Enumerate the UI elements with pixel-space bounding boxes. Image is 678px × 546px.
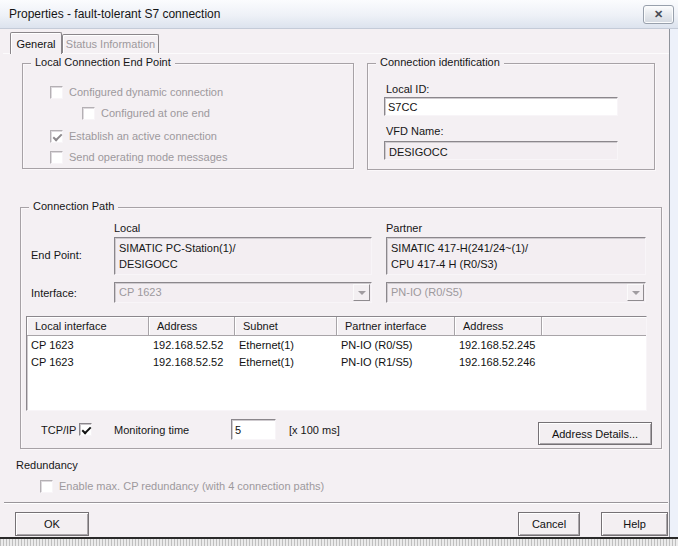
column-header[interactable]: Partner interface	[337, 317, 455, 336]
interface-label: Interface:	[31, 287, 77, 299]
column-header[interactable]: Local interface	[27, 317, 149, 336]
checkbox-box	[50, 151, 63, 164]
chevron-down-icon	[632, 291, 640, 299]
local-end-point-field: SIMATIC PC-Station(1)/ DESIGOCC	[114, 237, 372, 275]
cell-local-interface: CP 1623	[27, 356, 149, 368]
cell-partner-address: 192.168.52.246	[455, 356, 542, 368]
monitoring-time-input[interactable]	[231, 419, 276, 440]
partner-end-point-line2: CPU 417-4 H (R0/S3)	[391, 256, 641, 272]
partner-interface-value: PN-IO (R0/S5)	[391, 286, 463, 298]
group-title-local-end-point: Local Connection End Point	[31, 56, 175, 68]
group-title-connection-path: Connection Path	[29, 200, 118, 212]
dropdown-arrow-button[interactable]	[627, 284, 644, 301]
table-row[interactable]: CP 1623 192.168.52.52 Ethernet(1) PN-IO …	[27, 336, 646, 353]
tab-page-edge	[3, 53, 669, 54]
partner-interface-dropdown[interactable]: PN-IO (R0/S5)	[386, 282, 646, 303]
checkbox-label: Configured dynamic connection	[69, 86, 223, 98]
checkbox-send-operating-mode-messages[interactable]: Send operating mode messages	[50, 150, 227, 164]
group-connection-path: Connection Path Local Partner End Point:…	[20, 207, 662, 449]
cell-subnet: Ethernet(1)	[235, 339, 337, 351]
checkbox-enable-cp-redundancy[interactable]: Enable max. CP redundancy (with 4 connec…	[40, 479, 324, 493]
cell-address: 192.168.52.52	[149, 339, 235, 351]
properties-dialog: Properties - fault-tolerant S7 connectio…	[0, 0, 678, 546]
table-row[interactable]: CP 1623 192.168.52.52 Ethernet(1) PN-IO …	[27, 353, 646, 370]
checkbox-label: Configured at one end	[101, 107, 210, 119]
group-title-connection-identification: Connection identification	[376, 56, 504, 68]
cell-partner-interface: PN-IO (R1/S5)	[337, 356, 455, 368]
chevron-down-icon	[358, 291, 366, 299]
monitoring-time-unit: [x 100 ms]	[289, 424, 340, 436]
local-end-point-line1: SIMATIC PC-Station(1)/	[119, 240, 367, 256]
partner-column-header: Partner	[386, 222, 422, 234]
footer-divider	[4, 502, 668, 504]
column-header[interactable]: Address	[455, 317, 542, 336]
group-connection-identification: Connection identification Local ID: VFD …	[367, 63, 655, 170]
local-end-point-line2: DESIGOCC	[119, 256, 367, 272]
checkbox-label: Establish an active connection	[69, 130, 217, 142]
dropdown-arrow-button[interactable]	[353, 284, 370, 301]
column-header[interactable]: Subnet	[235, 317, 337, 336]
close-icon: ✕	[654, 9, 663, 20]
interfaces-table: Local interface Address Subnet Partner i…	[26, 316, 647, 411]
cancel-button[interactable]: Cancel	[518, 512, 580, 536]
partner-end-point-line1: SIMATIC 417-H(241/24~(1)/	[391, 240, 641, 256]
checkbox-label: Send operating mode messages	[69, 151, 227, 163]
local-interface-dropdown[interactable]: CP 1623	[114, 282, 372, 303]
tab-general[interactable]: General	[10, 32, 62, 54]
titlebar: Properties - fault-tolerant S7 connectio…	[0, 0, 678, 29]
group-local-connection-end-point: Local Connection End Point Configured dy…	[22, 63, 354, 169]
checkbox-configured-dynamic-connection[interactable]: Configured dynamic connection	[50, 85, 223, 99]
checkbox-configured-at-one-end[interactable]: Configured at one end	[82, 106, 210, 120]
cell-address: 192.168.52.52	[149, 356, 235, 368]
checkbox-box	[79, 423, 92, 436]
address-details-button[interactable]: Address Details...	[538, 422, 652, 445]
checkbox-establish-active-connection[interactable]: Establish an active connection	[50, 129, 217, 143]
ok-button[interactable]: OK	[15, 512, 89, 536]
column-header-stub	[542, 317, 646, 336]
check-icon	[53, 131, 63, 141]
vfd-name-field: DESIGOCC	[384, 141, 618, 160]
window-title: Properties - fault-tolerant S7 connectio…	[9, 7, 220, 21]
checkbox-box	[82, 107, 95, 120]
table-header-row: Local interface Address Subnet Partner i…	[27, 317, 646, 336]
redundancy-label: Redundancy	[16, 459, 78, 471]
vfd-name-label: VFD Name:	[386, 125, 443, 137]
checkbox-box	[50, 130, 63, 143]
local-id-label: Local ID:	[386, 83, 429, 95]
close-button[interactable]: ✕	[643, 5, 674, 24]
end-point-label: End Point:	[31, 249, 82, 261]
checkbox-box	[50, 86, 63, 99]
tcpip-label: TCP/IP	[41, 424, 76, 436]
local-column-header: Local	[114, 222, 140, 234]
dialog-bottom-edge	[0, 537, 678, 546]
cell-partner-interface: PN-IO (R0/S5)	[337, 339, 455, 351]
dialog-right-edge	[669, 29, 678, 537]
cell-local-interface: CP 1623	[27, 339, 149, 351]
help-button[interactable]: Help	[601, 512, 668, 536]
tab-status-information[interactable]: Status Information	[62, 34, 159, 53]
cell-subnet: Ethernet(1)	[235, 356, 337, 368]
checkbox-label: Enable max. CP redundancy (with 4 connec…	[59, 480, 324, 492]
checkbox-box	[40, 480, 53, 493]
column-header[interactable]: Address	[149, 317, 235, 336]
cell-partner-address: 192.168.52.245	[455, 339, 542, 351]
checkbox-tcpip[interactable]	[79, 422, 98, 436]
partner-end-point-field: SIMATIC 417-H(241/24~(1)/ CPU 417-4 H (R…	[386, 237, 646, 275]
local-id-input[interactable]	[384, 97, 618, 116]
check-icon	[82, 424, 92, 434]
monitoring-time-label: Monitoring time	[114, 424, 189, 436]
local-interface-value: CP 1623	[119, 286, 162, 298]
